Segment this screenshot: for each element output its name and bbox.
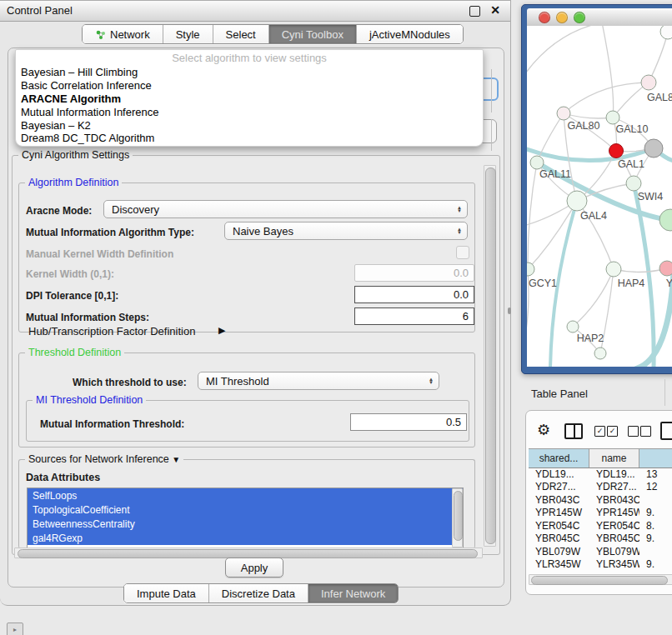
new-table-icon[interactable] <box>660 422 672 440</box>
split-columns-icon[interactable] <box>564 423 583 439</box>
network-node[interactable] <box>594 348 606 359</box>
stepper-icon: ▲▼ <box>457 228 462 235</box>
algorithm-option-dream8-dc-tdc-algorithm[interactable]: Dream8 DC_TDC Algorithm <box>16 132 483 145</box>
algorithm-option-bayesian-hill-climbing[interactable]: Bayesian – Hill Climbing <box>16 66 483 79</box>
panel-divider-handle[interactable] <box>508 308 511 314</box>
mac-minimize-button[interactable] <box>556 12 568 23</box>
network-node-label: GAL1 <box>618 158 644 170</box>
table-row[interactable]: YDR27...YDR27...12 <box>529 481 672 494</box>
network-node-y[interactable] <box>659 261 672 276</box>
table-cell: YIL053C <box>589 572 639 573</box>
data-attribute-item-betweennesscentrality[interactable]: BetweennessCentrality <box>28 517 463 531</box>
mi-type-combo[interactable]: Naive Bayes ▲▼ <box>224 222 468 240</box>
kernel-width-field[interactable]: 0.0 <box>354 264 474 282</box>
table-row[interactable]: YLR345WYLR345W9. <box>529 558 672 572</box>
algorithm-option-bayesian-k2[interactable]: Bayesian – K2 <box>16 118 483 132</box>
table-hscrollbar[interactable] <box>529 574 672 585</box>
network-node[interactable] <box>659 209 672 231</box>
table-row[interactable]: YBL079WYBL079W <box>529 545 672 558</box>
network-node-gcy1[interactable] <box>527 262 534 276</box>
network-node-hap4[interactable] <box>606 262 621 277</box>
checked-checkbox-icon[interactable]: ✓ <box>607 426 618 437</box>
table-cell: YBL079W <box>589 546 639 558</box>
table-row[interactable]: YBR043CYBR043C <box>529 493 672 507</box>
network-node-label: GAL4 <box>580 210 607 222</box>
expand-down-icon[interactable]: ▼ <box>172 455 180 464</box>
network-edge <box>527 26 602 76</box>
network-node-gal8[interactable] <box>641 75 656 90</box>
algorithm-definition-title: Algorithm Definition <box>25 177 122 188</box>
data-attribute-item-topologicalcoefficient[interactable]: TopologicalCoefficient <box>28 502 463 517</box>
checked-checkbox-icon[interactable]: ✓ <box>594 426 605 437</box>
tab-style[interactable]: Style <box>163 25 213 43</box>
settings-vscrollbar-thumb[interactable] <box>485 168 496 544</box>
network-canvas[interactable]: GAL8GAL80GAL10GAL1SWI4GAL11GAL4GCY1HAP4Y… <box>527 26 672 367</box>
dpi-tolerance-field[interactable]: 0.0 <box>354 286 474 303</box>
tab-discretize-data[interactable]: Discretize Data <box>209 584 308 602</box>
table-cell: YDL19... <box>589 468 639 480</box>
network-node-gal10[interactable] <box>606 111 619 124</box>
mi-steps-label: Mutual Information Steps: <box>26 312 149 323</box>
table-row[interactable]: YDL19...YDL19...13 <box>529 468 672 481</box>
network-node-gal4[interactable] <box>567 191 587 211</box>
tab-jactivemnodules[interactable]: jActiveMNodules <box>357 25 463 43</box>
gear-icon[interactable]: ⚙ <box>537 421 550 439</box>
network-window-titlebar[interactable] <box>527 8 672 27</box>
unchecked-checkbox-icon[interactable] <box>628 426 639 437</box>
network-edge <box>614 268 667 272</box>
network-node[interactable] <box>644 139 663 158</box>
expand-right-icon[interactable]: ▶ <box>218 325 225 336</box>
manual-kernel-checkbox[interactable] <box>456 246 469 259</box>
unchecked-checkbox-icon[interactable] <box>640 426 651 437</box>
mi-steps-field[interactable]: 6 <box>354 308 474 325</box>
algorithm-option-aracne-algorithm[interactable]: ARACNE Algorithm <box>16 92 483 106</box>
close-icon[interactable]: ✕ <box>490 3 500 17</box>
mac-close-button[interactable] <box>539 12 550 23</box>
aracne-mode-combo[interactable]: Discovery ▲▼ <box>103 200 468 218</box>
list-vscrollbar-thumb[interactable] <box>454 491 463 541</box>
table-cell: YDL19... <box>529 468 589 480</box>
table-row[interactable]: YIL053CYIL053C9. <box>529 571 672 573</box>
settings-vscrollbar[interactable] <box>484 165 496 547</box>
sources-title-text: Sources for Network Inference <box>28 453 169 465</box>
table-cell: YDR27... <box>589 481 639 492</box>
table-row[interactable]: YER054CYER054C8. <box>529 519 672 532</box>
table-row[interactable]: YBR045CYBR045C9. <box>529 532 672 546</box>
network-edge <box>528 201 577 269</box>
tab-cyni-toolbox[interactable]: Cyni Toolbox <box>269 25 357 43</box>
table-row[interactable]: YPR145WYPR145W9. <box>529 507 672 520</box>
panel-grip-button[interactable]: ▸ <box>7 622 23 635</box>
network-node-hap2[interactable] <box>567 321 579 332</box>
tab-infer-network[interactable]: Infer Network <box>308 584 398 602</box>
table-cell: 9. <box>639 558 672 570</box>
algorithm-option-basic-correlation-inference[interactable]: Basic Correlation Inference <box>16 79 483 92</box>
table-hscrollbar-thumb[interactable] <box>531 576 668 585</box>
tab-impute-data[interactable]: Impute Data <box>124 584 209 602</box>
column-header-shared[interactable]: shared... <box>529 449 589 468</box>
list-vscrollbar[interactable] <box>452 488 463 548</box>
column-header-extra[interactable] <box>639 449 672 468</box>
column-header-name[interactable]: name <box>589 449 639 468</box>
algorithm-option-mutual-information-inference[interactable]: Mutual Information Inference <box>16 105 483 118</box>
network-node-gal11[interactable] <box>530 156 544 169</box>
network-node-gal1[interactable] <box>609 144 624 158</box>
mi-threshold-field[interactable]: 0.5 <box>350 413 467 431</box>
hub-tf-section-label[interactable]: Hub/Transcription Factor Definition <box>28 325 195 338</box>
network-node[interactable] <box>660 26 672 39</box>
data-attribute-item-selfloops[interactable]: SelfLoops <box>28 488 463 502</box>
table-cell: YBL079W <box>529 546 589 558</box>
network-node-gal80[interactable] <box>557 107 570 120</box>
tab-select[interactable]: Select <box>213 25 269 43</box>
tab-network[interactable]: Network <box>83 25 163 43</box>
which-threshold-combo[interactable]: MI Threshold ▲▼ <box>198 372 439 390</box>
groupbox-edge-fragment <box>491 119 492 151</box>
tab-label: Discretize Data <box>222 588 295 600</box>
mac-zoom-button[interactable] <box>574 12 585 23</box>
table-cell: YLR345W <box>529 558 589 570</box>
float-window-icon[interactable] <box>469 6 480 17</box>
network-node-swi4[interactable] <box>626 176 641 191</box>
kernel-width-label: Kernel Width (0,1): <box>26 268 114 280</box>
network-view-window: GAL8GAL80GAL10GAL1SWI4GAL11GAL4GCY1HAP4Y… <box>521 4 672 374</box>
apply-button[interactable]: Apply <box>225 558 283 578</box>
data-attribute-item-gal4rgexp[interactable]: gal4RGexp <box>28 531 463 545</box>
